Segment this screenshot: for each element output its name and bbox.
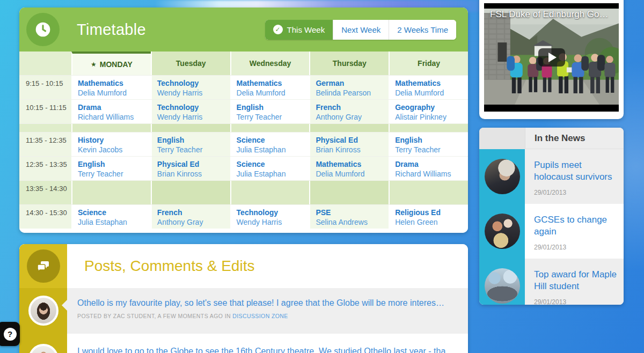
post-strip — [19, 336, 67, 353]
day-label: Wednesday — [250, 59, 291, 68]
clock-icon — [26, 13, 60, 46]
posts-widget: Posts, Comments & Edits Othello is my fa… — [19, 244, 468, 353]
posts-list: Othello is my favourite play, so let's s… — [19, 288, 468, 353]
tab-2-weeks-time[interactable]: 2 Weeks Time — [389, 20, 456, 40]
news-main: GCSEs to change again29/01/2013 — [525, 204, 624, 259]
video-title: FSL Duke of Edinburgh Go… — [490, 9, 614, 20]
timetable-row: 14:30 - 15:30ScienceJulia EstaphanFrench… — [19, 204, 468, 229]
timetable-row: 11:35 - 12:35HistoryKevin JacobsEnglishT… — [19, 132, 468, 156]
tab-label: Next Week — [341, 25, 380, 34]
time-slot — [19, 124, 71, 132]
lesson-cell[interactable]: PSESelina Andrews — [309, 205, 389, 229]
lesson-cell[interactable]: TechnologyWendy Harris — [151, 76, 230, 99]
lesson-cell[interactable]: ScienceJulia Estaphan — [230, 157, 310, 180]
day-header-monday[interactable]: ★MONDAY — [71, 52, 151, 75]
day-header-tuesday[interactable]: Tuesday — [151, 52, 230, 75]
post-strip — [19, 288, 67, 334]
break-cell — [71, 124, 151, 132]
play-button[interactable] — [538, 48, 565, 67]
lesson-teacher: Helen Green — [395, 217, 466, 227]
lesson-cell[interactable]: MathematicsDelia Mumford — [309, 157, 389, 180]
news-header-main: In the News — [525, 128, 624, 149]
lesson-teacher: Delia Mumford — [316, 169, 386, 179]
news-header: In the News — [479, 128, 624, 149]
lesson-teacher: Julia Estaphan — [237, 169, 308, 179]
video-player[interactable]: FSL Duke of Edinburgh Go… — [484, 3, 619, 112]
lesson-cell[interactable]: Physical EdBrian Kinross — [151, 157, 230, 180]
lesson-cell[interactable]: Religious EdHelen Green — [389, 205, 468, 229]
news-photo[interactable] — [485, 268, 520, 304]
lesson-cell[interactable]: MathematicsDelia Mumford — [230, 76, 310, 99]
lesson-cell[interactable]: GeographyAlistair Pinkney — [389, 100, 468, 123]
lesson-cell[interactable]: FrenchAnthony Gray — [151, 205, 230, 229]
break-cell — [71, 181, 151, 204]
lesson-subject: Drama — [78, 102, 149, 112]
lesson-teacher: Wendy Harris — [157, 88, 228, 98]
lesson-cell[interactable]: FrenchAnthony Gray — [309, 100, 389, 123]
news-headline[interactable]: Top award for Maple Hill student — [534, 269, 618, 293]
time-slot: 12:35 - 13:35 — [19, 157, 71, 180]
lesson-subject: French — [316, 102, 386, 112]
day-header-thursday[interactable]: Thursday — [309, 52, 389, 75]
post-row: Othello is my favourite play, so let's s… — [19, 288, 468, 334]
lesson-cell[interactable]: MathematicsDelia Mumford — [389, 76, 468, 99]
day-header-wednesday[interactable]: Wednesday — [230, 52, 310, 75]
lesson-teacher: Delia Mumford — [78, 88, 149, 98]
lesson-subject: Technology — [157, 78, 228, 88]
lesson-subject: Drama — [395, 159, 466, 169]
post-link[interactable]: I would love to go to the Globe to see t… — [77, 347, 454, 353]
posts-header-strip — [19, 244, 67, 288]
lesson-teacher: Kevin Jacobs — [78, 145, 149, 155]
tab-label: This Week — [287, 25, 325, 34]
star-icon: ★ — [91, 61, 97, 68]
news-headline[interactable]: Pupils meet holocaust survivors — [534, 159, 618, 183]
time-slot: 9:15 - 10:15 — [19, 76, 71, 99]
post-link[interactable]: Othello is my favourite play, so let's s… — [77, 298, 452, 308]
news-headline[interactable]: GCSEs to change again — [534, 214, 618, 238]
post-row: I would love to go to the Globe to see t… — [19, 336, 468, 353]
day-header-friday[interactable]: Friday — [389, 52, 468, 75]
zone-link[interactable]: DISCUSSION ZONE — [232, 313, 288, 319]
lesson-subject: Technology — [157, 102, 228, 112]
lesson-cell[interactable]: TechnologyWendy Harris — [230, 205, 310, 229]
lesson-subject: English — [157, 135, 228, 145]
lesson-subject: German — [316, 78, 386, 88]
lesson-cell[interactable]: GermanBelinda Pearson — [309, 76, 389, 99]
break-cell — [151, 181, 230, 204]
timetable-footer — [19, 229, 468, 233]
video-widget: FSL Duke of Edinburgh Go… — [479, 0, 624, 119]
tab-next-week[interactable]: Next Week — [333, 20, 389, 40]
timetable-widget: Timetable ✓ This Week Next Week 2 Weeks … — [19, 8, 468, 233]
lesson-cell[interactable]: EnglishTerry Teacher — [389, 133, 468, 156]
lesson-cell[interactable]: MathematicsDelia Mumford — [71, 76, 151, 99]
lesson-cell[interactable]: ScienceJulia Estaphan — [71, 205, 151, 229]
lesson-cell[interactable]: EnglishTerry Teacher — [71, 157, 151, 180]
lesson-subject: Mathematics — [316, 159, 386, 169]
lesson-subject: Mathematics — [78, 78, 149, 88]
break-cell — [389, 181, 468, 204]
break-cell — [151, 124, 230, 132]
lesson-cell[interactable]: Physical EdBrian Kinross — [309, 133, 389, 156]
lesson-subject: English — [78, 159, 149, 169]
lesson-cell[interactable]: TechnologyWendy Harris — [151, 100, 230, 123]
time-slot: 14:30 - 15:30 — [19, 205, 71, 229]
lesson-cell[interactable]: EnglishTerry Teacher — [230, 100, 310, 123]
timetable-row: 13:35 - 14:30 — [19, 180, 468, 204]
news-item: GCSEs to change again29/01/2013 — [479, 204, 624, 259]
timetable-rows: 9:15 - 10:15MathematicsDelia MumfordTech… — [19, 75, 468, 229]
timetable-row: 9:15 - 10:15MathematicsDelia MumfordTech… — [19, 75, 468, 99]
lesson-cell[interactable]: DramaRichard Williams — [71, 100, 151, 123]
news-photo[interactable] — [485, 159, 520, 194]
lesson-cell[interactable]: EnglishTerry Teacher — [151, 133, 230, 156]
lesson-subject: Physical Ed — [157, 159, 228, 169]
lesson-cell[interactable]: HistoryKevin Jacobs — [71, 133, 151, 156]
news-date: 29/01/2013 — [534, 244, 618, 259]
lesson-cell[interactable]: ScienceJulia Estaphan — [230, 133, 310, 156]
help-button[interactable]: ? — [0, 322, 20, 346]
news-photo[interactable] — [485, 214, 520, 249]
lesson-subject: Science — [78, 208, 149, 217]
lesson-teacher: Wendy Harris — [157, 112, 228, 122]
lesson-cell[interactable]: DramaRichard Williams — [389, 157, 468, 180]
news-photo-col — [479, 259, 525, 305]
tab-this-week[interactable]: ✓ This Week — [265, 20, 333, 40]
